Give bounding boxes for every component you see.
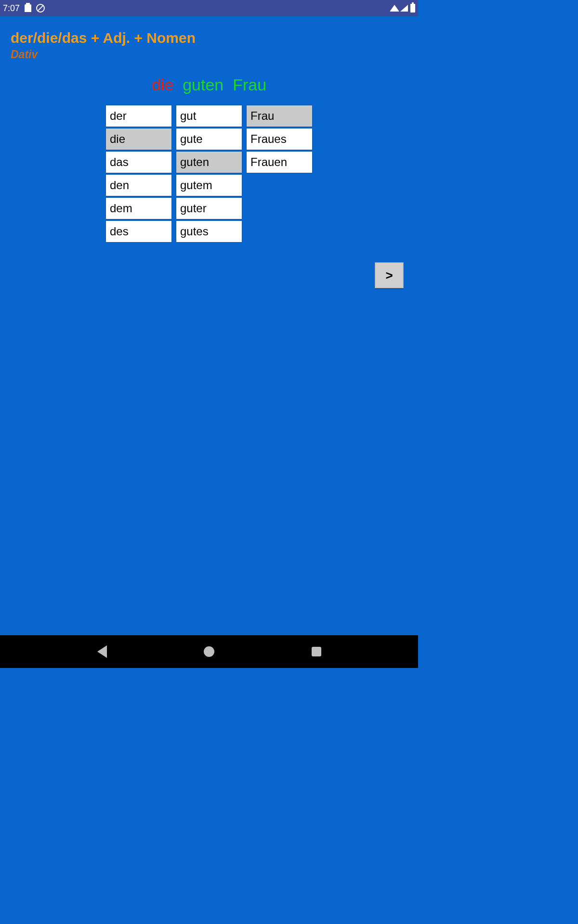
- choice-grid: derdiedasdendemdesgutgutegutengutemguter…: [0, 105, 418, 243]
- exercise-title: der/die/das + Adj. + Nomen: [11, 30, 407, 46]
- choice-adjective-gute[interactable]: gute: [176, 128, 242, 150]
- nav-recent-icon[interactable]: [312, 647, 321, 656]
- status-bar: 7:07: [0, 0, 418, 16]
- do-not-disturb-icon: [36, 4, 45, 13]
- choice-noun-frauen[interactable]: Frauen: [246, 151, 313, 173]
- signal-icon: [400, 5, 408, 12]
- selected-phrase: die guten Frau: [0, 76, 418, 94]
- choice-column-noun: FrauFrauesFrauen: [246, 105, 313, 243]
- sd-card-icon: [25, 4, 31, 12]
- choice-noun-frau[interactable]: Frau: [246, 105, 313, 127]
- phrase-part-article: die: [152, 76, 173, 94]
- status-time: 7:07: [3, 3, 20, 13]
- choice-article-das[interactable]: das: [105, 151, 172, 173]
- nav-home-icon[interactable]: [204, 646, 214, 657]
- choice-article-der[interactable]: der: [105, 105, 172, 127]
- choice-column-article: derdiedasdendemdes: [105, 105, 172, 243]
- choice-article-die[interactable]: die: [105, 128, 172, 150]
- phrase-part-adjective: guten: [183, 76, 223, 94]
- wifi-icon: [390, 5, 399, 12]
- choice-adjective-guter[interactable]: guter: [176, 197, 242, 219]
- choice-column-adjective: gutgutegutengutemgutergutes: [176, 105, 242, 243]
- phrase-part-noun: Frau: [233, 76, 266, 94]
- choice-adjective-gut[interactable]: gut: [176, 105, 242, 127]
- choice-noun-fraues[interactable]: Fraues: [246, 128, 313, 150]
- system-nav-bar: [0, 635, 418, 668]
- next-button[interactable]: >: [375, 262, 404, 288]
- choice-article-des[interactable]: des: [105, 220, 172, 243]
- choice-adjective-guten[interactable]: guten: [176, 151, 242, 173]
- choice-adjective-gutem[interactable]: gutem: [176, 174, 242, 196]
- choice-adjective-gutes[interactable]: gutes: [176, 220, 242, 243]
- nav-back-icon[interactable]: [97, 645, 107, 658]
- exercise-subtitle: Dativ: [11, 48, 407, 61]
- exercise-header: der/die/das + Adj. + Nomen Dativ: [0, 16, 418, 61]
- status-right: [390, 4, 415, 13]
- battery-icon: [410, 4, 415, 13]
- choice-article-dem[interactable]: dem: [105, 197, 172, 219]
- choice-article-den[interactable]: den: [105, 174, 172, 196]
- status-left: 7:07: [3, 3, 45, 13]
